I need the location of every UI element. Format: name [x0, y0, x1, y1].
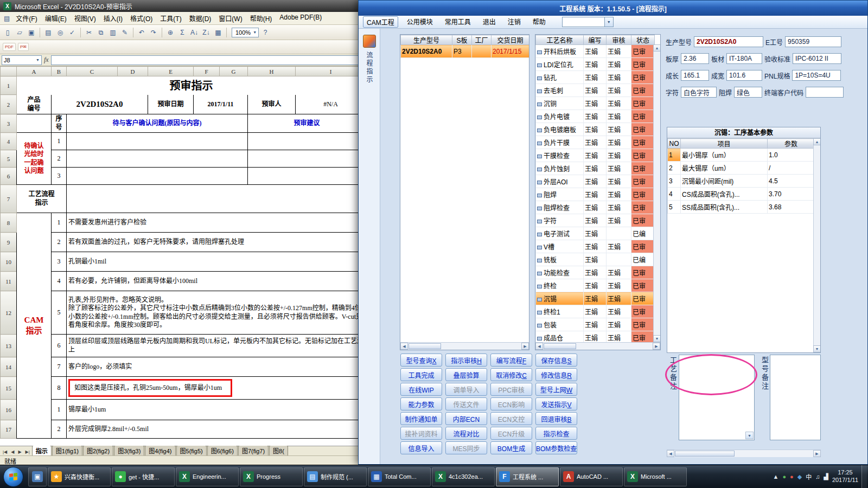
taskbar-clock[interactable]: 17:25 2017/1/11 [832, 469, 858, 484]
tab-scroll-last-icon[interactable]: ▶| [24, 448, 31, 455]
show-desktop-button[interactable] [861, 465, 867, 488]
row-header[interactable]: 9 [1, 233, 17, 252]
action-button[interactable]: 取消修改C [490, 368, 532, 381]
format-painter-icon[interactable]: ✎ [119, 27, 130, 38]
board-thickness-field[interactable]: 2.36 [681, 53, 709, 64]
menu-item[interactable]: 帮助 [529, 16, 549, 28]
insert-function-icon[interactable]: fx [44, 56, 49, 64]
sheet-tab[interactable]: 图2(fig2) [83, 445, 113, 455]
taskbar-item[interactable]: ▣ [28, 467, 47, 486]
empty-cell[interactable] [67, 185, 366, 213]
zoom-combobox[interactable]: 100% ▼ [232, 28, 259, 37]
end-customer-code-field[interactable] [806, 87, 844, 98]
process-row[interactable]: 钻孔王娟王娟已审 [536, 71, 655, 84]
menu-item[interactable]: Adobe PDF(B) [276, 12, 326, 24]
sort-asc-icon[interactable]: A↓ [189, 27, 200, 38]
reviewer-label-cell[interactable]: 预审人 [248, 95, 296, 114]
process-column-header[interactable]: 工艺名称 [536, 35, 584, 45]
tray-app-red-icon[interactable]: ● [790, 473, 794, 480]
eng-menu-combobox[interactable]: ▼ [562, 17, 614, 27]
process-row[interactable]: 终检1王娟王娟已审 [536, 305, 655, 318]
process-row[interactable]: 功能检查王娟王娟已审 [536, 266, 655, 279]
sheet-tab[interactable]: 图1(fig1) [52, 445, 82, 455]
redo-icon[interactable]: ↷ [148, 27, 159, 38]
action-button[interactable]: 回退审核B [535, 412, 577, 425]
instruction-cell[interactable]: 客户的logo，必须填实 [67, 357, 366, 377]
prod-column-header[interactable]: 生产型号 [401, 35, 452, 45]
column-header[interactable]: C [67, 67, 118, 76]
row-header[interactable]: 8 [1, 213, 17, 233]
eng-titlebar[interactable]: 工程系统 版本：1.1.50.5 - [流程指示] [359, 1, 867, 16]
process-row[interactable]: 字符王娟王娟已审 [536, 214, 655, 227]
pnl-spec-field[interactable]: 1P=10S=4U [792, 70, 841, 81]
taskbar-item[interactable]: AAutoCAD ... [560, 467, 623, 486]
menu-item[interactable]: 编辑(E) [41, 12, 71, 24]
hyperlink-icon[interactable]: ⊕ [165, 27, 176, 38]
seq-cell[interactable]: 8 [52, 377, 67, 400]
prod-column-header[interactable]: 工厂 [472, 35, 492, 45]
process-row[interactable]: 负片蚀刻王娟王娟已审 [536, 162, 655, 175]
flow-instruction-button[interactable]: 流程指示 [360, 33, 378, 86]
empty-cell[interactable] [67, 150, 248, 168]
taskbar-item[interactable]: F工程系统 ... [496, 467, 559, 486]
row-header[interactable]: 15 [1, 377, 17, 400]
scroll-left-icon[interactable]: ◀ [667, 450, 674, 457]
scroll-up-icon[interactable]: ▲ [653, 44, 661, 52]
column-header[interactable]: E [148, 67, 194, 76]
network-icon[interactable]: ▟ [824, 473, 828, 480]
tray-app-blue-icon[interactable]: ◆ [797, 473, 802, 480]
proc-hscrollbar[interactable]: ◀ ▶ [535, 342, 660, 350]
seq-cell[interactable]: 1 [52, 213, 67, 233]
instruction-cell[interactable]: 孔铜最小1mil [67, 252, 366, 272]
menu-item[interactable]: 视图(V) [71, 12, 100, 24]
process-row[interactable]: 阻焊王娟王娟已审 [536, 188, 655, 201]
instruction-cell[interactable]: 孔表,外形见附件。忽略英文说明。 除了顾客标注的公差外，其它尺寸标注中小数点后精… [67, 291, 366, 335]
scroll-thumb[interactable] [544, 343, 576, 349]
action-button[interactable]: 制作通知单 [400, 412, 442, 425]
pdf-email-icon[interactable]: P✉ [18, 43, 29, 51]
action-button[interactable]: 编写流程F [490, 354, 532, 367]
sheet-tab[interactable]: 指示 [32, 445, 52, 455]
date-label-cell[interactable]: 预审日期 [148, 95, 194, 114]
process-row[interactable]: 铣板王娟已编 [536, 253, 655, 266]
acceptance-standard-field[interactable]: IPC-6012 II [793, 53, 841, 64]
sheet-title-cell[interactable]: 预审指示 [17, 76, 366, 95]
taskbar-item[interactable]: XProgress [240, 467, 303, 486]
save-icon[interactable]: ▣ [26, 27, 37, 38]
sheet-tab[interactable]: 图4(fig4) [145, 445, 175, 455]
process-row[interactable]: 干膜检查王娟王娟已审 [536, 149, 655, 162]
sheet-tab[interactable]: 图5(fig5) [176, 445, 207, 455]
empty-cell[interactable] [248, 133, 366, 150]
sheet-tab[interactable]: 图8( [269, 445, 288, 455]
sort-desc-icon[interactable]: Z↓ [201, 27, 212, 38]
row-header[interactable]: 1 [1, 76, 17, 95]
menu-item[interactable]: 帮助(H) [246, 12, 276, 24]
action-button[interactable]: 型号查询X [400, 354, 442, 367]
column-header[interactable]: H [248, 67, 296, 76]
menu-item[interactable]: 退出 [480, 16, 499, 28]
show-hidden-icons-icon[interactable]: ▲ [773, 473, 778, 480]
instruction-cell[interactable]: 顶层丝印层或顶层线路层单元板内加周期和我司UL标记，单元板内不加其它标记。无铅标… [67, 335, 366, 357]
action-button[interactable]: 能力参数 [400, 397, 442, 410]
product-label-cell[interactable]: 产品 编号 [17, 95, 52, 114]
help-icon[interactable]: ? [260, 27, 271, 38]
action-button[interactable]: 流程对比 [445, 427, 487, 440]
model-note-textarea[interactable] [770, 355, 821, 440]
action-button[interactable]: 保存信息S [535, 354, 577, 367]
prod-hscrollbar[interactable]: ◀ ▶ [400, 342, 529, 350]
engineering-no-field[interactable]: 950359 [785, 36, 841, 47]
confirm-group-label-cell[interactable]: 待确认 光绘时 一起确 认问题 [17, 133, 52, 185]
action-button[interactable]: 叠层验算 [445, 368, 487, 381]
action-button[interactable]: 型号上网W [535, 383, 577, 396]
cam-group-label-cell[interactable]: CAM 指示 [17, 213, 52, 439]
process-row[interactable]: 负电镀磨板王娟王娟已审 [536, 123, 655, 136]
menu-item[interactable]: 数据(D) [186, 12, 215, 24]
process-row[interactable]: 外层AOI王娟王娟已审 [536, 175, 655, 188]
seq-cell[interactable]: 7 [52, 357, 67, 377]
seq-cell[interactable]: 3 [52, 168, 67, 185]
flow-label-cell[interactable]: 工艺流程 指示 [17, 185, 67, 213]
action-button[interactable]: 工具完成 [400, 368, 442, 381]
process-row[interactable]: 沉锡王娟王娟已审 [536, 292, 655, 305]
instruction-cell[interactable]: 不需要发惠州进行客户检验 [67, 213, 366, 233]
row-header[interactable]: 12 [1, 291, 17, 335]
